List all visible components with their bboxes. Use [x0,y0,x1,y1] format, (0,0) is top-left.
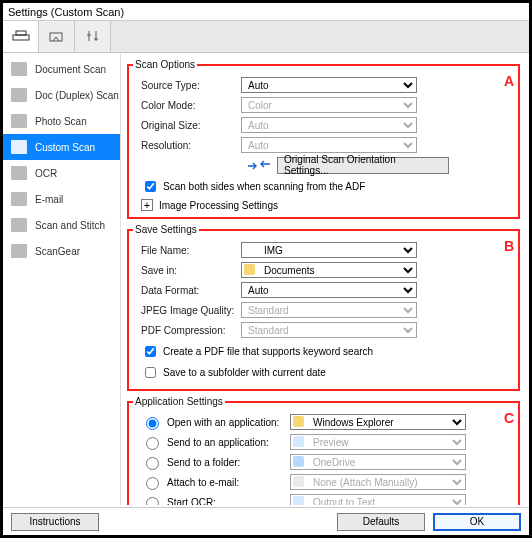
start-ocr-select: Output to Text [290,494,466,505]
open-with-radio[interactable] [146,417,159,430]
sidebar-item-document-scan[interactable]: Document Scan [3,56,120,82]
attach-email-select: None (Attach Manually) [290,474,466,490]
tab-tools-icon[interactable] [75,21,111,52]
sidebar-item-label: OCR [35,168,57,179]
orientation-settings-button[interactable]: Original Scan Orientation Settings... [277,157,449,174]
ok-button[interactable]: OK [433,513,521,531]
expand-image-processing-button[interactable]: + [141,199,153,211]
send-folder-label: Send to a folder: [167,457,285,468]
send-folder-select: OneDrive [290,454,466,470]
scan-options-legend: Scan Options [133,59,197,70]
sidebar-item-label: E-mail [35,194,63,205]
pdf-compression-select: Standard [241,322,417,338]
subfolder-date-checkbox[interactable] [145,367,156,378]
application-settings-legend: Application Settings [133,396,225,407]
adf-both-sides-checkbox[interactable] [145,181,156,192]
sidebar: Document Scan Doc (Duplex) Scan Photo Sc… [3,53,121,505]
ocr-icon [11,166,27,180]
sidebar-item-photo-scan[interactable]: Photo Scan [3,108,120,134]
svg-rect-0 [13,35,29,40]
tab-import-icon[interactable] [39,21,75,52]
send-app-radio[interactable] [146,437,159,450]
adf-both-sides-label: Scan both sides when scanning from the A… [163,181,365,192]
footer: Instructions Defaults OK [3,507,529,535]
main-panel: Scan Options A Source Type: Auto Color M… [121,53,529,505]
swap-orientation-icon[interactable] [247,158,271,172]
color-mode-label: Color Mode: [135,100,241,111]
pdf-keyword-checkbox[interactable] [145,346,156,357]
sidebar-item-ocr[interactable]: OCR [3,160,120,186]
section-application-settings: Application Settings C Open with an appl… [127,396,520,505]
sidebar-item-scan-stitch[interactable]: Scan and Stitch [3,212,120,238]
source-type-label: Source Type: [135,80,241,91]
color-mode-select: Color [241,97,417,113]
badge-a: A [504,73,514,89]
send-app-label: Send to an application: [167,437,285,448]
scangear-icon [11,244,27,258]
attach-email-label: Attach to e-mail: [167,477,285,488]
jpeg-quality-label: JPEG Image Quality: [135,305,241,316]
custom-icon [11,140,27,154]
file-name-select[interactable]: IMG [241,242,417,258]
section-save-settings: Save Settings B File Name: IMG Save in: … [127,224,520,391]
sidebar-item-custom-scan[interactable]: Custom Scan [3,134,120,160]
send-app-select: Preview [290,434,466,450]
data-format-label: Data Format: [135,285,241,296]
resolution-label: Resolution: [135,140,241,151]
sidebar-item-scangear[interactable]: ScanGear [3,238,120,264]
sidebar-item-label: Photo Scan [35,116,87,127]
sidebar-item-label: Doc (Duplex) Scan [35,90,119,101]
stitch-icon [11,218,27,232]
save-in-select[interactable]: Documents [241,262,417,278]
attach-email-radio[interactable] [146,477,159,490]
email-icon [11,192,27,206]
file-name-label: File Name: [135,245,241,256]
sidebar-item-doc-duplex[interactable]: Doc (Duplex) Scan [3,82,120,108]
resolution-select: Auto [241,137,417,153]
sidebar-item-email[interactable]: E-mail [3,186,120,212]
top-tab-bar [3,21,529,53]
window-title: Settings (Custom Scan) [3,3,529,21]
sidebar-item-label: Scan and Stitch [35,220,105,231]
badge-c: C [504,410,514,426]
sidebar-item-label: Custom Scan [35,142,95,153]
source-type-select[interactable]: Auto [241,77,417,93]
data-format-select[interactable]: Auto [241,282,417,298]
original-size-label: Original Size: [135,120,241,131]
jpeg-quality-select: Standard [241,302,417,318]
pdf-keyword-label: Create a PDF file that supports keyword … [163,346,373,357]
start-ocr-radio[interactable] [146,497,159,505]
open-with-select[interactable]: Windows Explorer [290,414,466,430]
open-with-label: Open with an application: [167,417,285,428]
save-settings-legend: Save Settings [133,224,199,235]
tab-scanner-icon[interactable] [3,21,39,52]
doc-icon [11,62,27,76]
sidebar-item-label: ScanGear [35,246,80,257]
photo-icon [11,114,27,128]
svg-rect-1 [16,31,26,35]
pdf-compression-label: PDF Compression: [135,325,241,336]
instructions-button[interactable]: Instructions [11,513,99,531]
image-processing-label: Image Processing Settings [159,200,278,211]
defaults-button[interactable]: Defaults [337,513,425,531]
badge-b: B [504,238,514,254]
folder-icon [244,264,255,275]
explorer-icon [293,416,304,427]
sidebar-item-label: Document Scan [35,64,106,75]
subfolder-date-label: Save to a subfolder with current date [163,367,326,378]
send-folder-radio[interactable] [146,457,159,470]
start-ocr-label: Start OCR: [167,497,285,506]
original-size-select: Auto [241,117,417,133]
section-scan-options: Scan Options A Source Type: Auto Color M… [127,59,520,219]
save-in-label: Save in: [135,265,241,276]
doc-duplex-icon [11,88,27,102]
